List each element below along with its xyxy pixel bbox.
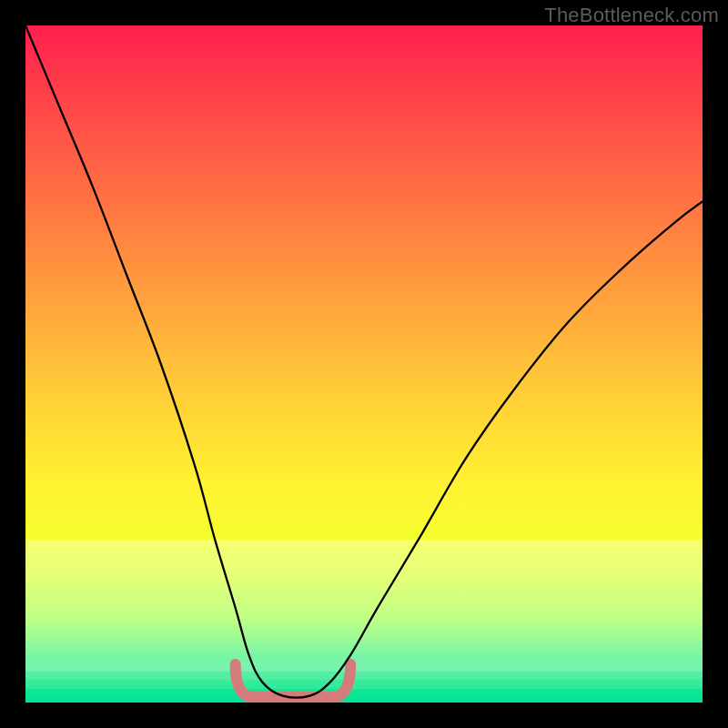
valley-highlight: [236, 664, 350, 697]
main-curve: [25, 25, 703, 698]
plot-area: [25, 25, 703, 703]
chart-svg: [25, 25, 703, 703]
chart-frame: TheBottleneck.com: [0, 0, 728, 728]
watermark-label: TheBottleneck.com: [544, 4, 719, 27]
